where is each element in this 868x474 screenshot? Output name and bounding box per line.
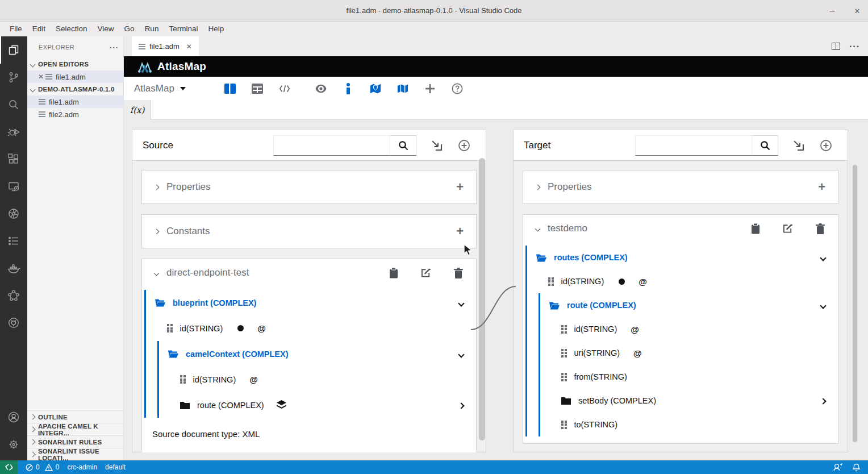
collapse-node-icon[interactable] <box>821 252 825 263</box>
target-search-button[interactable] <box>752 135 778 156</box>
tree-row-route[interactable]: route (COMPLEX) <box>540 293 838 317</box>
close-editor-icon[interactable] <box>36 73 45 81</box>
outline-section[interactable]: OUTLINE <box>27 410 123 423</box>
tree-item-file2[interactable]: file2.adm <box>27 108 123 120</box>
expand-node-icon[interactable] <box>821 396 825 406</box>
tree-row-to[interactable]: to(STRING) <box>540 413 838 436</box>
remote-explorer-icon[interactable] <box>0 173 27 200</box>
accounts-icon[interactable] <box>0 404 27 431</box>
sonarlint-rules-section[interactable]: SONARLINT RULES <box>27 435 123 448</box>
source-scrollbar[interactable] <box>479 158 485 440</box>
add-constant-icon[interactable] <box>456 226 464 237</box>
tab-close-icon[interactable] <box>186 43 192 51</box>
menu-edit[interactable]: Edit <box>27 23 51 35</box>
feedback-icon[interactable] <box>833 463 842 471</box>
show-mapped-fields-icon[interactable] <box>370 83 381 94</box>
source-control-icon[interactable] <box>0 64 27 91</box>
folder-section[interactable]: DEMO-ATLASMAP-0.1.0 <box>27 83 123 95</box>
target-import-icon[interactable] <box>792 139 806 152</box>
add-property-icon[interactable] <box>456 181 464 193</box>
canvas-scrollbar[interactable] <box>853 165 857 442</box>
github-icon[interactable] <box>0 309 27 336</box>
help-icon[interactable] <box>452 83 463 94</box>
source-properties-card[interactable]: Properties <box>141 170 477 204</box>
status-host[interactable]: crc-admin <box>67 463 97 471</box>
show-mapping-preview-icon[interactable] <box>315 83 327 94</box>
close-button[interactable] <box>851 5 863 17</box>
tree-row-id[interactable]: id(STRING) @ <box>146 315 476 341</box>
open-editor-item-file1[interactable]: file1.adm <box>27 70 123 83</box>
menu-view[interactable]: View <box>93 23 119 35</box>
settings-gear-icon[interactable] <box>0 431 27 458</box>
menu-file[interactable]: File <box>5 23 27 35</box>
search-icon[interactable] <box>0 91 27 118</box>
chevron-down-icon[interactable] <box>535 226 541 231</box>
collapse-node-icon[interactable] <box>459 298 464 308</box>
target-properties-card[interactable]: Properties <box>523 170 838 204</box>
fx-expression-button[interactable]: f(x) <box>124 100 151 120</box>
test-list-icon[interactable] <box>0 227 27 255</box>
tree-row-uri[interactable]: uri(STRING) @ <box>540 341 838 365</box>
source-search-input[interactable] <box>273 135 390 156</box>
source-add-document-icon[interactable] <box>457 139 471 152</box>
atlasmap-menu-dropdown[interactable]: AtlasMap <box>124 83 198 94</box>
expand-node-icon[interactable] <box>459 400 464 410</box>
delete-document-icon[interactable] <box>453 268 464 278</box>
camel-k-section[interactable]: APACHE CAMEL K INTEGR... <box>27 423 123 435</box>
remote-indicator[interactable] <box>0 460 18 474</box>
tree-row-camelcontext[interactable]: camelContext (COMPLEX) <box>159 341 476 367</box>
extensions-icon[interactable] <box>0 145 27 173</box>
tree-row-routes[interactable]: routes (COMPLEX) <box>527 246 838 269</box>
tree-row-id2[interactable]: id(STRING) @ <box>159 367 476 392</box>
show-mapping-table-icon[interactable] <box>252 83 263 94</box>
add-property-icon[interactable] <box>818 181 825 193</box>
delete-document-icon[interactable] <box>815 223 825 234</box>
chevron-down-icon[interactable] <box>154 270 160 276</box>
tree-row-id[interactable]: id(STRING) @ <box>527 269 838 293</box>
open-editors-section[interactable]: OPEN EDITORS <box>27 58 123 70</box>
show-unmapped-fields-icon[interactable] <box>397 83 408 94</box>
tree-row-id2[interactable]: id(STRING) @ <box>540 317 838 341</box>
kubernetes-icon[interactable] <box>0 200 27 227</box>
tree-row-from[interactable]: from(STRING) <box>540 365 838 389</box>
notifications-bell-icon[interactable] <box>853 463 860 472</box>
split-editor-icon[interactable] <box>832 43 840 50</box>
edit-document-icon[interactable] <box>783 223 793 234</box>
menu-run[interactable]: Run <box>140 23 164 35</box>
attribute-icon: @ <box>633 348 642 358</box>
show-column-mapper-icon[interactable] <box>224 83 236 94</box>
capture-document-icon[interactable] <box>750 223 761 234</box>
minimize-button[interactable] <box>826 5 838 17</box>
collapse-node-icon[interactable] <box>821 300 825 310</box>
tree-item-file1[interactable]: file1.adm <box>27 95 123 108</box>
editor-more-actions-icon[interactable] <box>849 41 860 52</box>
activity-bar <box>0 36 27 460</box>
explorer-icon[interactable] <box>0 36 27 64</box>
tab-file1[interactable]: file1.adm <box>132 36 199 56</box>
collapse-node-icon[interactable] <box>459 349 464 359</box>
run-debug-icon[interactable] <box>0 118 27 145</box>
camel-k-icon[interactable] <box>0 282 27 309</box>
problems-indicator[interactable]: 0 0 <box>26 463 59 471</box>
show-namespace-table-icon[interactable] <box>279 83 290 94</box>
tree-row-route[interactable]: route (COMPLEX) <box>159 392 476 418</box>
menu-terminal[interactable]: Terminal <box>164 23 203 35</box>
capture-document-icon[interactable] <box>389 268 399 278</box>
tree-row-setbody[interactable]: setBody (COMPLEX) <box>540 389 838 413</box>
status-namespace[interactable]: default <box>105 463 126 471</box>
show-types-icon[interactable] <box>343 83 354 94</box>
source-search-button[interactable] <box>390 135 416 156</box>
source-constants-card[interactable]: Constants <box>141 214 477 248</box>
menu-help[interactable]: Help <box>203 23 229 35</box>
explorer-more-actions-icon[interactable] <box>110 43 119 52</box>
edit-document-icon[interactable] <box>421 268 431 278</box>
target-search-input[interactable] <box>635 135 752 156</box>
source-import-icon[interactable] <box>430 139 444 152</box>
sonarlint-locations-section[interactable]: SONARLINT ISSUE LOCATI... <box>27 448 123 460</box>
menu-selection[interactable]: Selection <box>51 23 93 35</box>
tree-row-blueprint[interactable]: blueprint (COMPLEX) <box>146 290 476 315</box>
target-add-document-icon[interactable] <box>819 139 833 152</box>
add-mapping-icon[interactable] <box>424 83 436 94</box>
menu-go[interactable]: Go <box>119 23 140 35</box>
docker-icon[interactable] <box>0 255 27 282</box>
